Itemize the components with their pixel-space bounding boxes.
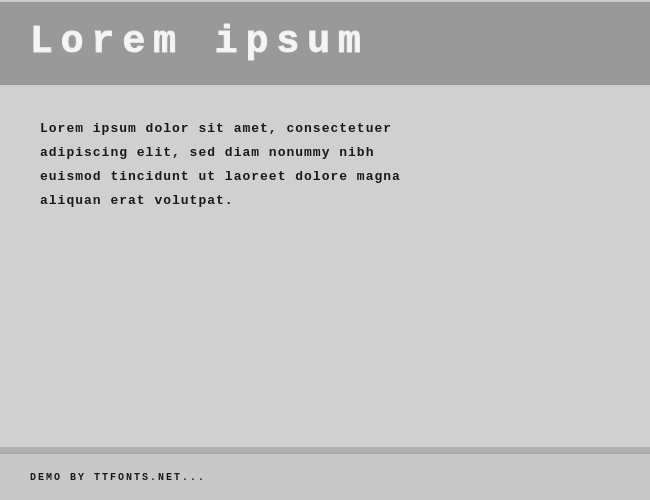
footer-text: DEMO BY TTFONTS.NET... <box>30 472 206 483</box>
main-content: Lorem ipsum dolor sit amet, consectetuer… <box>0 87 650 447</box>
footer-bar: DEMO BY TTFONTS.NET... <box>0 452 650 500</box>
header-bar: Lorem ipsum <box>0 0 650 87</box>
body-paragraph: Lorem ipsum dolor sit amet, consectetuer… <box>40 117 440 213</box>
page-title: Lorem ipsum <box>30 20 620 63</box>
